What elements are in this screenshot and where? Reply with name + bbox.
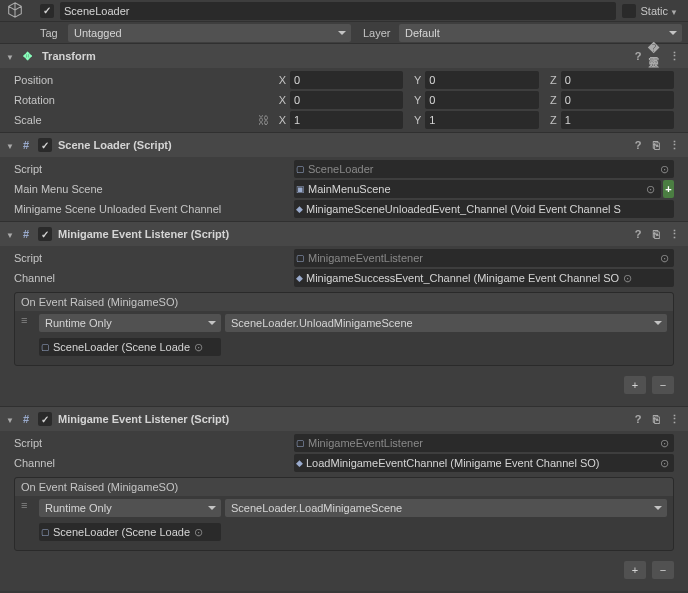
listener1-header[interactable]: # Minigame Event Listener (Script) ? ⎘ ⋮ (0, 222, 688, 246)
script-field: ▢ MinigameEventListener ⊙ (294, 249, 674, 267)
layer-dropdown[interactable]: Default (399, 24, 682, 42)
script-icon: # (18, 413, 34, 425)
layer-label: Layer (363, 27, 399, 39)
event-remove-button[interactable]: − (652, 376, 674, 394)
rotation-y-input[interactable] (425, 91, 538, 109)
preset-icon[interactable]: ⎘ (648, 137, 664, 153)
rotation-x-input[interactable] (290, 91, 403, 109)
help-icon[interactable]: ? (630, 48, 646, 64)
drag-handle-icon[interactable]: ≡ (21, 314, 35, 332)
foldout-icon[interactable] (6, 228, 18, 240)
script-icon: # (18, 228, 34, 240)
unloaded-field[interactable]: ◆ MinigameSceneUnloadedEvent_Channel (Vo… (294, 200, 674, 218)
menu-icon[interactable]: ⋮ (666, 137, 682, 153)
asset-icon: ◆ (296, 458, 303, 468)
unloaded-label: Minigame Scene Unloaded Event Channel (14, 203, 294, 215)
gameobject-active-checkbox[interactable] (40, 4, 54, 18)
scale-z-input[interactable] (561, 111, 674, 129)
object-picker-icon[interactable]: ⊙ (656, 437, 672, 450)
unityevent-header: On Event Raised (MinigameSO) (15, 478, 673, 496)
transform-foldout-icon[interactable] (6, 50, 18, 62)
function-dropdown[interactable]: SceneLoader.UnloadMinigameScene (225, 314, 667, 332)
preset-icon[interactable]: ⎘ (648, 226, 664, 242)
scale-y-input[interactable] (425, 111, 538, 129)
object-picker-icon[interactable]: ⊙ (643, 183, 659, 196)
target-field[interactable]: ▢ SceneLoader (Scene Loade ⊙ (39, 523, 221, 541)
position-label: Position (14, 74, 274, 86)
menu-icon[interactable]: ⋮ (666, 411, 682, 427)
event-add-button[interactable]: + (624, 561, 646, 579)
listener2-title: Minigame Event Listener (Script) (58, 413, 229, 425)
object-picker-icon[interactable]: ⊙ (656, 457, 672, 470)
runtime-dropdown[interactable]: Runtime Only (39, 499, 221, 517)
channel-field[interactable]: ◆ MinigameSuccessEvent_Channel (Minigame… (294, 269, 674, 287)
gameobject-name-input[interactable] (60, 2, 616, 20)
unityevent-header: On Event Raised (MinigameSO) (15, 293, 673, 311)
static-label: Static (640, 5, 668, 17)
sceneloader-enabled-checkbox[interactable] (38, 138, 52, 152)
target-field[interactable]: ▢ SceneLoader (Scene Loade ⊙ (39, 338, 221, 356)
script-icon: # (18, 139, 34, 151)
asset-icon: ◆ (296, 273, 303, 283)
rotation-label: Rotation (14, 94, 274, 106)
channel-label: Channel (14, 457, 294, 469)
sceneloader-header[interactable]: # Scene Loader (Script) ? ⎘ ⋮ (0, 133, 688, 157)
transform-title: Transform (42, 50, 96, 62)
object-picker-icon[interactable]: ⊙ (656, 252, 672, 265)
position-z-input[interactable] (561, 71, 674, 89)
tag-layer-row: Tag Untagged Layer Default (0, 22, 688, 44)
csharp-icon: ▢ (296, 253, 305, 263)
asset-icon: ◆ (296, 204, 303, 214)
channel-field[interactable]: ◆ LoadMinigameEventChannel (Minigame Eve… (294, 454, 674, 472)
function-dropdown[interactable]: SceneLoader.LoadMinigameScene (225, 499, 667, 517)
object-picker-icon[interactable]: ⊙ (619, 272, 635, 285)
menu-icon[interactable]: ⋮ (666, 48, 682, 64)
constrain-icon[interactable]: ⛓ (258, 114, 274, 126)
foldout-icon[interactable] (6, 139, 18, 151)
csharp-icon: ▢ (41, 527, 50, 537)
help-icon[interactable]: ? (630, 411, 646, 427)
script-label: Script (14, 252, 294, 264)
channel-label: Channel (14, 272, 294, 284)
unityevent-box: On Event Raised (MinigameSO) ≡ Runtime O… (14, 292, 674, 366)
mainmenu-field[interactable]: ▣ MainMenuScene ⊙ (294, 180, 661, 198)
asset-icon: ▣ (296, 184, 305, 194)
static-checkbox[interactable] (622, 4, 636, 18)
object-picker-icon[interactable]: ⊙ (190, 526, 206, 539)
sceneloader-title: Scene Loader (Script) (58, 139, 172, 151)
menu-icon[interactable]: ⋮ (666, 226, 682, 242)
add-button[interactable]: + (663, 180, 674, 198)
object-picker-icon[interactable]: ⊙ (190, 341, 206, 354)
preset-icon[interactable]: �靈 (648, 48, 664, 64)
script-label: Script (14, 163, 294, 175)
help-icon[interactable]: ? (630, 226, 646, 242)
static-dropdown-icon[interactable] (670, 5, 682, 17)
event-remove-button[interactable]: − (652, 561, 674, 579)
foldout-icon[interactable] (6, 413, 18, 425)
tag-dropdown[interactable]: Untagged (68, 24, 351, 42)
transform-body: Position X Y Z Rotation X Y Z Scale ⛓ X … (0, 68, 688, 132)
unityevent-box: On Event Raised (MinigameSO) ≡ Runtime O… (14, 477, 674, 551)
position-x-input[interactable] (290, 71, 403, 89)
script-label: Script (14, 437, 294, 449)
transform-header[interactable]: ✥ Transform ? �靈 ⋮ (0, 44, 688, 68)
event-add-button[interactable]: + (624, 376, 646, 394)
listener1-title: Minigame Event Listener (Script) (58, 228, 229, 240)
script-field: ▢ SceneLoader ⊙ (294, 160, 674, 178)
help-icon[interactable]: ? (630, 137, 646, 153)
runtime-dropdown[interactable]: Runtime Only (39, 314, 221, 332)
scale-x-input[interactable] (290, 111, 403, 129)
listener2-header[interactable]: # Minigame Event Listener (Script) ? ⎘ ⋮ (0, 407, 688, 431)
drag-handle-icon[interactable]: ≡ (21, 499, 35, 517)
rotation-z-input[interactable] (561, 91, 674, 109)
csharp-icon: ▢ (296, 164, 305, 174)
script-field: ▢ MinigameEventListener ⊙ (294, 434, 674, 452)
listener1-enabled-checkbox[interactable] (38, 227, 52, 241)
mainmenu-label: Main Menu Scene (14, 183, 294, 195)
object-picker-icon[interactable]: ⊙ (656, 163, 672, 176)
scale-label: Scale (14, 114, 258, 126)
gameobject-icon (6, 1, 24, 21)
preset-icon[interactable]: ⎘ (648, 411, 664, 427)
listener2-enabled-checkbox[interactable] (38, 412, 52, 426)
position-y-input[interactable] (425, 71, 538, 89)
